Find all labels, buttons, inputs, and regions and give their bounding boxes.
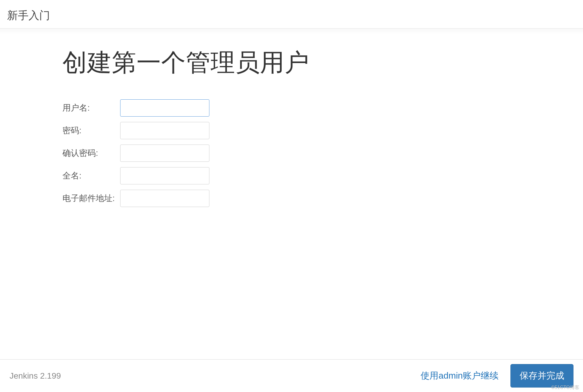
username-field[interactable]	[120, 99, 209, 117]
continue-as-admin-link[interactable]: 使用admin账户继续	[419, 367, 500, 384]
admin-user-form: 用户名: 密码: 确认密码: 全名: 电子邮件地址:	[62, 94, 209, 212]
header-title: 新手入门	[7, 8, 576, 23]
email-label: 电子邮件地址:	[62, 190, 120, 207]
page-title: 创建第一个管理员用户	[62, 46, 583, 79]
header-bar: 新手入门	[0, 0, 583, 29]
password-field[interactable]	[120, 122, 209, 139]
username-label: 用户名:	[62, 99, 120, 117]
email-field[interactable]	[120, 190, 209, 207]
confirm-password-field[interactable]	[120, 145, 209, 162]
footer-bar: Jenkins 2.199 使用admin账户继续 保存并完成	[0, 359, 583, 392]
content-area: 创建第一个管理员用户 用户名: 密码: 确认密码: 全名: 电子邮件地址:	[0, 29, 583, 359]
version-text: Jenkins 2.199	[10, 371, 419, 381]
confirm-password-label: 确认密码:	[62, 145, 120, 162]
watermark-text: ©51CTO博客	[551, 385, 579, 391]
footer-actions: 使用admin账户继续 保存并完成	[419, 364, 573, 388]
fullname-field[interactable]	[120, 167, 209, 184]
save-and-finish-button[interactable]: 保存并完成	[510, 364, 573, 388]
password-label: 密码:	[62, 122, 120, 139]
fullname-label: 全名:	[62, 167, 120, 184]
